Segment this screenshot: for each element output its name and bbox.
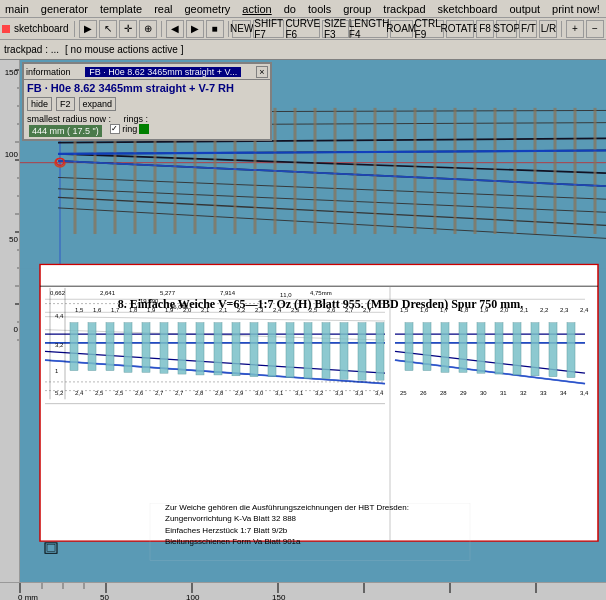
tb-rotate-btn[interactable]: ROTATE [446,20,474,38]
svg-text:3,4: 3,4 [375,390,383,396]
bottom-ruler: 0 mm 50 100 150 [0,582,606,600]
svg-rect-181 [0,583,606,600]
svg-text:2,7: 2,7 [175,390,183,396]
tb-select-btn[interactable]: ▶ [79,20,97,38]
menu-sketchboard[interactable]: sketchboard [435,3,501,15]
tb-curvef6-btn[interactable]: CURVE F6 [286,20,320,38]
svg-rect-94 [340,323,348,380]
svg-rect-101 [477,323,485,373]
tb-fwd-btn[interactable]: ▶ [186,20,204,38]
svg-rect-103 [513,323,521,375]
tb-back-btn[interactable]: ◀ [166,20,184,38]
info-panel-blue-title: FB · H0e 8.62 3465mm straight + V... [85,67,241,77]
svg-rect-81 [106,323,114,371]
menu-template[interactable]: template [97,3,145,15]
menu-group[interactable]: group [340,3,374,15]
info-panel: information FB · H0e 8.62 3465mm straigh… [22,62,272,141]
svg-text:1: 1 [55,369,58,375]
svg-rect-97 [405,323,413,371]
sketchboard-label: sketchboard [12,23,70,34]
tb-cursor-btn[interactable]: ↖ [99,20,117,38]
menu-printnow[interactable]: print now! [549,3,603,15]
info-radius-section: smallest radius now : rings : 444 mm ( 1… [27,114,267,137]
svg-text:29: 29 [460,390,467,396]
svg-rect-86 [196,323,204,375]
tb-magnet-btn[interactable]: ⊕ [139,20,157,38]
tb-lr-btn[interactable]: L/R [539,20,557,38]
tb-new-btn[interactable]: NEW [232,20,251,38]
menu-output[interactable]: output [506,3,543,15]
svg-text:2,1: 2,1 [219,308,227,314]
menu-trackpad[interactable]: trackpad [380,3,428,15]
menu-geometry[interactable]: geometry [181,3,233,15]
ring-label: ring [122,124,137,134]
expand-btn[interactable]: expand [79,97,117,111]
tb-minus-btn[interactable]: − [586,20,604,38]
svg-rect-99 [441,323,449,373]
svg-text:1,8: 1,8 [129,308,137,314]
svg-text:1,8: 1,8 [460,308,468,314]
svg-text:26: 26 [420,390,427,396]
tb-f8-btn[interactable]: F8 [476,20,494,38]
info-tab-label: information [26,67,71,77]
menu-generator[interactable]: generator [38,3,91,15]
left-ruler: 150 100 50 0 [0,60,20,582]
svg-text:2,6: 2,6 [135,390,143,396]
svg-rect-90 [268,323,276,377]
tb-stop2-btn[interactable]: STOP [496,20,517,38]
svg-text:2,7: 2,7 [155,390,163,396]
svg-text:2,3: 2,3 [255,308,263,314]
tb-shiftf7-btn[interactable]: SHIFT F7 [253,20,283,38]
svg-text:2,0: 2,0 [183,308,191,314]
svg-rect-104 [531,323,539,376]
main-area: 150 100 50 0 information [0,60,606,582]
svg-rect-83 [142,323,150,373]
svg-text:1,5: 1,5 [400,308,408,314]
menu-main[interactable]: main [2,3,32,15]
menu-tools[interactable]: tools [305,3,334,15]
info-panel-content: FB · H0e 8.62 3465mm straight + V-7 RH h… [24,80,270,139]
canvas-area[interactable]: information FB · H0e 8.62 3465mm straigh… [20,60,606,582]
svg-text:1,7: 1,7 [440,308,448,314]
svg-text:0,662: 0,662 [50,290,65,296]
info-sub-row: hide F2 expand [27,97,267,111]
svg-text:1,9: 1,9 [480,308,488,314]
svg-text:50: 50 [100,593,109,600]
svg-rect-88 [232,323,240,376]
tb-lengthf4-btn[interactable]: LENGTH F4 [351,20,388,38]
svg-text:28: 28 [440,390,447,396]
svg-text:2,0: 2,0 [500,308,508,314]
ring-checkbox[interactable] [110,124,120,134]
svg-text:34: 34 [560,390,567,396]
tb-crosshair-btn[interactable]: ✛ [119,20,137,38]
ring-checkbox-area: ring [110,124,149,134]
info-panel-close-btn[interactable]: × [256,66,268,78]
trackpad-indicator [2,25,10,33]
menu-real[interactable]: real [151,3,175,15]
tb-roam-btn[interactable]: ROAM [390,20,413,38]
svg-text:5,2: 5,2 [55,390,63,396]
svg-rect-180 [47,545,55,552]
svg-text:3,1: 3,1 [295,390,303,396]
svg-text:2,9: 2,9 [235,390,243,396]
f2-btn[interactable]: F2 [56,97,75,111]
svg-text:100: 100 [186,593,200,600]
svg-rect-60 [40,264,598,541]
svg-text:31: 31 [500,390,507,396]
svg-text:30: 30 [480,390,487,396]
tb-sizef3-btn[interactable]: SIZE F3 [322,20,349,38]
tb-stop-btn[interactable]: ■ [206,20,224,38]
menu-action[interactable]: action [239,3,274,15]
tb-plus-btn[interactable]: + [566,20,584,38]
info-main-text: FB · H0e 8.62 3465mm straight + V-7 RH [27,82,267,94]
svg-text:2,4: 2,4 [580,308,588,314]
svg-rect-91 [286,323,294,378]
tb-ft-btn[interactable]: F/T [519,20,537,38]
hide-btn[interactable]: hide [27,97,52,111]
menu-do[interactable]: do [281,3,299,15]
svg-rect-89 [250,323,258,377]
svg-rect-95 [358,323,366,380]
svg-rect-105 [549,323,557,377]
svg-text:2,5: 2,5 [115,390,123,396]
svg-rect-102 [495,323,503,374]
